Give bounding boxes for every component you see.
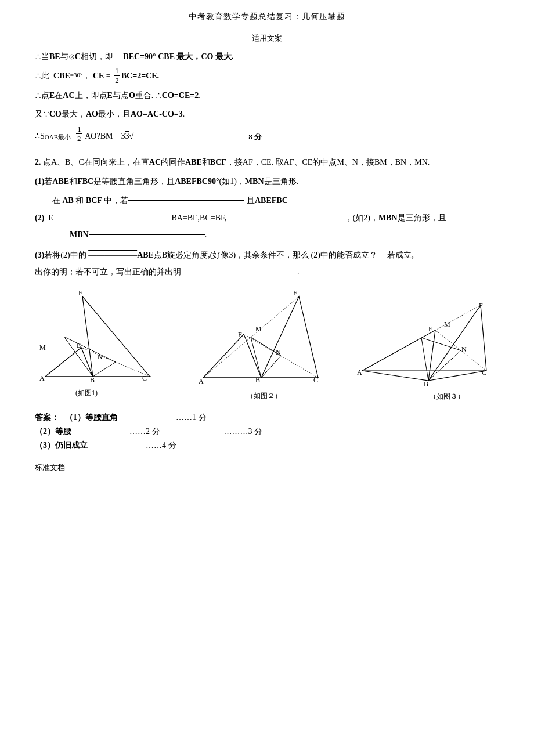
fraction-s: 1 2: [76, 125, 82, 143]
fig3-C-label: C: [482, 368, 486, 377]
blank-1: [128, 200, 244, 201]
top-divider: [35, 28, 499, 28]
sub2-num: (2) E: [35, 211, 53, 225]
sub1-text: (1)若ABE和FBC是等腰直角三角形，且ABEFBC90°(如1)，MBN是三…: [35, 174, 298, 189]
sub3-line2: 出你的明；若不可立，写出正确的并出明 .: [35, 265, 499, 279]
s-subscript: OAB最小: [45, 132, 71, 143]
line-3: ∴点E在AC上，即点E与点O重合. ∴CO=CE=2.: [35, 88, 499, 103]
page: 中考教育数学专题总结复习：几何压轴题 适用文案 ∴当BE与⊙C相切，即 BEC=…: [0, 0, 534, 756]
therefore-symbol: ∴当BE与⊙C相切，即: [35, 49, 123, 64]
therefore-2: ∴此: [35, 68, 53, 83]
section-problem2: 2. 点A、B、C在同向来上，在直AC的同作ABE和BCF，接AF，CE. 取A…: [35, 155, 499, 279]
subtitle: 适用文案: [35, 33, 499, 44]
point-e-text: ∴点E在AC上，即点E与点O重合. ∴CO=CE=2.: [35, 88, 201, 103]
CBE-max: CBE 最大，CO 最大.: [158, 49, 233, 64]
footer: 标准文档: [35, 462, 499, 473]
sub2-line2: (2) E BA=BE,BC=BF, ，(如2)，MBN是三角形，且: [35, 211, 499, 225]
sub3-text-2: 出你的明；若不可立，写出正确的并出明: [35, 265, 181, 279]
CE-label: CE: [93, 68, 104, 83]
ans3-label: （3）仍旧成立: [35, 440, 88, 451]
period-1: .: [205, 227, 207, 242]
sub2-line1: 在 AB 和 BCF 中，若 且ABEFBC: [52, 193, 499, 208]
ans2-blank1: [77, 432, 124, 432]
fig2-A-label: A: [199, 377, 204, 385]
fig2-BM: [251, 337, 261, 378]
period-2: .: [297, 265, 300, 279]
fig3-MN: [421, 338, 461, 350]
section-1: ∴当BE与⊙C相切，即 BEC=90° CBE 最大，CO 最大. ∴此 CBE…: [35, 49, 499, 143]
fig2-MN: [251, 337, 281, 356]
ans2-score1: ……2 分: [129, 426, 160, 437]
fig1-triangle-ABE: [45, 348, 93, 377]
sub2-text-2: 且ABEFBC: [244, 193, 287, 208]
fig2-BN: [261, 356, 281, 378]
ans2-label: （2）等腰: [35, 426, 71, 437]
fig2-M-label: M: [255, 325, 262, 333]
fig3-A-label: A: [357, 368, 362, 377]
score-8: 8 分: [248, 130, 262, 143]
figure-3-svg: F E M N A B C （如图３）: [354, 285, 493, 401]
ao-min-text: 又∵CO最大，AO最小，且AO=AC-CO=3.: [35, 107, 185, 121]
figure-2-container: F E M N A B C （如图２）: [186, 285, 337, 401]
cbe-sub: =30°: [70, 70, 83, 81]
page-title: 中考教育数学专题总结复习：几何压轴题: [35, 12, 499, 22]
line-1: ∴当BE与⊙C相切，即 BEC=90° CBE 最大，CO 最大.: [35, 49, 499, 64]
problem-2-num: 2.: [35, 155, 43, 169]
frac-numerator: 1: [114, 66, 120, 76]
ans2-score2: ………3 分: [224, 426, 263, 437]
figure-3-container: F E M N A B C （如图３）: [354, 285, 493, 401]
therefore-s: ∴S: [35, 129, 45, 143]
angle-BEC: BEC=90°: [123, 49, 158, 64]
sub2-ba-be: BA=BE,BC=BF,: [169, 211, 226, 225]
blank-2: [53, 218, 169, 218]
fig2-ABE: [203, 334, 261, 378]
ans1-score: ……1 分: [176, 413, 207, 423]
s-den: 2: [76, 134, 82, 143]
fig2-caption: （如图２）: [247, 392, 282, 400]
answer-section: 答案： （1）等腰直角 ……1 分 （2）等腰 ……2 分 ………3 分 （3）…: [35, 413, 499, 451]
figure-1-svg: F M E N A B C (如图1): [35, 285, 168, 401]
fig2-AF: [203, 296, 299, 378]
fig1-B-label: B: [90, 376, 95, 384]
fig1-M-label: M: [39, 343, 46, 352]
sub3-text-1: (3)若将(2)中的 ——————ABE点B旋必定角度,(好像3)，其余条件不，…: [35, 248, 414, 262]
sub2-line3: MBN .: [70, 227, 499, 242]
equals-s: [71, 129, 75, 143]
ans2-blank2: [172, 432, 218, 432]
ans1-blank: [124, 418, 170, 418]
sub2-fig2: ，(如2)，MBN是三角形，且: [342, 211, 446, 225]
mbn-text: MBN: [70, 227, 89, 242]
bc-equals: BC=2=CE.: [121, 68, 159, 83]
answer-2-line: （2）等腰 ……2 分 ………3 分: [35, 426, 499, 437]
figure-2-svg: F E M N A B C （如图２）: [186, 285, 337, 401]
fig1-F-label: F: [78, 289, 82, 297]
answer-title: 答案：: [35, 413, 59, 423]
s-num: 1: [76, 125, 82, 135]
fig1-triangle-BCF: [82, 296, 150, 377]
CBE-label: CBE: [53, 68, 70, 83]
sub1-line: (1)若ABE和FBC是等腰直角三角形，且ABEFBC90°(如1)，MBN是三…: [35, 174, 499, 189]
dashed-separator: [136, 143, 240, 143]
fraction-1-2: 1 2: [114, 66, 120, 85]
fig3-CE: [435, 330, 486, 371]
line-2: ∴此 CBE =30° ， CE = 1 2 BC=2=CE.: [35, 66, 499, 85]
fig3-N-label: N: [461, 345, 467, 353]
ans1-label: （1）等腰直角: [65, 413, 118, 423]
fig1-N-label: N: [98, 353, 103, 361]
fig3-caption: （如图３）: [430, 392, 464, 400]
line-5: ∴S OAB最小 1 2 AO?BM 33√ 8 分: [35, 125, 499, 143]
line-4: 又∵CO最大，AO最小，且AO=AC-CO=3.: [35, 107, 499, 121]
fig1-A-label: A: [39, 374, 45, 382]
blank-3: [226, 218, 342, 218]
answer-title-line: 答案： （1）等腰直角 ……1 分: [35, 413, 499, 423]
frac-denominator: 2: [114, 76, 120, 85]
fig1-caption: (如图1): [75, 389, 98, 397]
fig2-BCF: [261, 296, 318, 378]
fig2-E-label: E: [238, 331, 242, 339]
figures-row: F M E N A B C (如图1): [35, 285, 499, 401]
fig2-F-label: F: [293, 289, 297, 297]
ao-bm: AO?BM 33√: [84, 129, 134, 143]
sub2-text-1: 在 AB 和 BCF 中，若: [52, 193, 128, 208]
blank-5: [181, 272, 297, 272]
fig1-MN: [64, 337, 116, 362]
